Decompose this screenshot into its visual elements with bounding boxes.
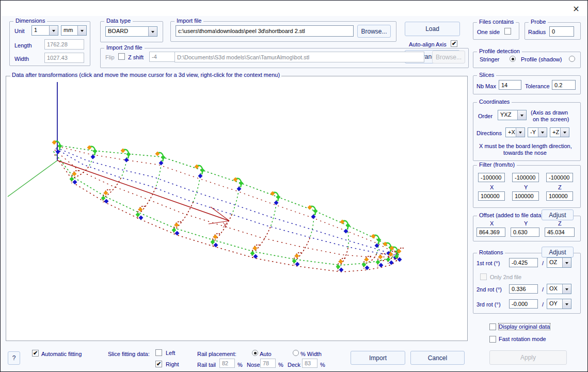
close-icon[interactable]: ✕ bbox=[570, 3, 582, 14]
radius-field[interactable]: 0 bbox=[549, 26, 574, 37]
only-2nd-checkbox bbox=[480, 273, 487, 280]
dropdown-arrow[interactable] bbox=[538, 128, 547, 137]
offset-x-field[interactable]: 864.369 bbox=[476, 228, 505, 237]
rot3-field[interactable]: -0.000 bbox=[509, 299, 538, 309]
right-checkbox[interactable] bbox=[155, 361, 162, 367]
auto-radio[interactable] bbox=[252, 350, 258, 356]
tolerance-field[interactable]: 0.2 bbox=[552, 80, 576, 90]
auto-align-checkbox[interactable] bbox=[451, 40, 457, 47]
dropdown-arrow[interactable] bbox=[49, 26, 58, 35]
filter-to-y[interactable]: 100000 bbox=[512, 191, 539, 201]
offset-y-field[interactable]: 0.630 bbox=[511, 228, 539, 237]
filter-to-x[interactable]: 100000 bbox=[478, 191, 505, 201]
pct-width-radio[interactable] bbox=[293, 350, 299, 356]
dropdown-arrow[interactable] bbox=[77, 26, 86, 35]
display-original-label: Display original data bbox=[499, 324, 550, 330]
dimensions-legend: Dimensions bbox=[13, 18, 47, 24]
import-2nd-path: D:\Documents\S3d models\Scan\TamurAlmog\… bbox=[174, 52, 424, 62]
help-button[interactable]: ? bbox=[8, 351, 20, 365]
nose-label: Nose bbox=[247, 362, 260, 368]
dir-x-value: +X bbox=[506, 128, 516, 137]
rot3-label: 3rd rot (°) bbox=[476, 301, 501, 308]
rot2-field[interactable]: 0.336 bbox=[509, 284, 538, 294]
rail-tail-label: Rail tail bbox=[197, 362, 216, 368]
deck-label: Deck bbox=[288, 362, 300, 368]
unit-mm-value: mm bbox=[61, 26, 77, 35]
nb-max-field[interactable]: 14 bbox=[499, 80, 521, 90]
order-value: YXZ bbox=[498, 110, 517, 120]
browse-button[interactable]: Browse... bbox=[357, 25, 391, 38]
chevron-down-icon bbox=[519, 132, 522, 135]
offset-adjust-button[interactable]: Adjust bbox=[542, 209, 574, 220]
filter-from-y[interactable]: -100000 bbox=[512, 173, 539, 182]
stringer-radio[interactable] bbox=[510, 56, 516, 62]
filter-from-z[interactable]: -100000 bbox=[546, 173, 573, 182]
dropdown-arrow[interactable] bbox=[562, 299, 571, 309]
filter-to-z[interactable]: 100000 bbox=[546, 191, 573, 201]
dropdown-arrow[interactable] bbox=[516, 128, 525, 137]
files-contains-legend: Files contains bbox=[477, 19, 516, 25]
dir-x-select[interactable]: +X bbox=[505, 127, 525, 137]
left-label: Left bbox=[166, 350, 175, 356]
dropdown-arrow[interactable] bbox=[560, 128, 569, 137]
fast-rotation-checkbox[interactable] bbox=[489, 336, 496, 343]
offset-legend: Offset (added to file data) bbox=[477, 212, 545, 218]
dir-z-select[interactable]: +Z bbox=[550, 127, 569, 137]
unit-value: 1 bbox=[32, 26, 49, 35]
length-field: 1762.28 bbox=[44, 39, 84, 50]
axis-note-line2: on the screen) bbox=[533, 116, 569, 122]
one-side-label: One side bbox=[477, 29, 500, 35]
filter-y-label: Y bbox=[524, 184, 528, 190]
import-2nd-legend: Import 2nd file bbox=[104, 44, 145, 51]
import-button[interactable]: Import bbox=[351, 351, 405, 365]
filter-from-x[interactable]: -100000 bbox=[478, 173, 505, 182]
flip-label: Flip bbox=[105, 54, 115, 60]
filter-x-label: X bbox=[490, 184, 494, 190]
offset-z-field[interactable]: 45.034 bbox=[545, 228, 575, 237]
apply-button: Apply bbox=[489, 350, 567, 365]
x-direction-note1: X must be the board length direction, bbox=[479, 143, 572, 149]
display-original-checkbox[interactable] bbox=[489, 324, 496, 330]
data-view-canvas[interactable]: Data after transformations (click and mo… bbox=[6, 76, 468, 341]
zshift-field: -4 bbox=[149, 52, 175, 62]
load-button[interactable]: Load bbox=[405, 22, 460, 36]
dropdown-arrow[interactable] bbox=[517, 110, 526, 120]
rot1-axis-select[interactable]: OZ bbox=[547, 257, 571, 268]
dir-z-value: +Z bbox=[550, 128, 560, 137]
import-file-path[interactable]: c:\users\thoma\downloads\peel 3d\shortbo… bbox=[176, 25, 354, 37]
rot2-label: 2nd rot (°) bbox=[476, 286, 502, 293]
unit-mm-select[interactable]: mm bbox=[61, 25, 87, 36]
one-side-checkbox[interactable] bbox=[504, 28, 511, 35]
tolerance-label: Tolerance bbox=[525, 83, 550, 89]
dropdown-arrow[interactable] bbox=[562, 284, 571, 294]
pct-width-label: % Width bbox=[300, 351, 322, 357]
auto-fitting-checkbox[interactable] bbox=[32, 350, 39, 357]
order-select[interactable]: YXZ bbox=[498, 110, 527, 120]
rail-placement-label: Rail placement: bbox=[197, 351, 236, 357]
chevron-down-icon bbox=[563, 132, 566, 135]
rotations-adjust-button[interactable]: Adjust bbox=[542, 247, 574, 257]
unit-select[interactable]: 1 bbox=[31, 25, 58, 36]
nose-pct: % bbox=[278, 362, 283, 368]
left-checkbox[interactable] bbox=[155, 349, 162, 356]
rot2-axis-select[interactable]: OX bbox=[547, 284, 571, 294]
cancel-button[interactable]: Cancel bbox=[410, 351, 465, 365]
probe-legend: Probe bbox=[529, 19, 548, 25]
dropdown-arrow[interactable] bbox=[148, 27, 157, 36]
profile-shadow-radio[interactable] bbox=[569, 56, 575, 62]
rot2-axis-value: OX bbox=[547, 284, 562, 294]
chevron-down-icon bbox=[541, 132, 544, 135]
filter-legend: Filter (from/to) bbox=[477, 161, 517, 168]
dir-y-select[interactable]: -Y bbox=[528, 127, 547, 137]
rot3-axis-select[interactable]: OY bbox=[547, 299, 571, 309]
data-type-value: BOARD bbox=[106, 27, 148, 36]
profile-shadow-label: Profile (shadow) bbox=[521, 56, 562, 62]
unit-label: Unit bbox=[14, 28, 25, 34]
flip-checkbox[interactable] bbox=[118, 53, 125, 60]
board-svg[interactable] bbox=[6, 76, 467, 341]
dropdown-arrow[interactable] bbox=[562, 258, 571, 267]
rot1-field[interactable]: -0.425 bbox=[509, 258, 538, 267]
chevron-down-icon bbox=[520, 115, 523, 118]
data-type-select[interactable]: BOARD bbox=[105, 26, 157, 37]
dir-y-value: -Y bbox=[528, 128, 538, 137]
